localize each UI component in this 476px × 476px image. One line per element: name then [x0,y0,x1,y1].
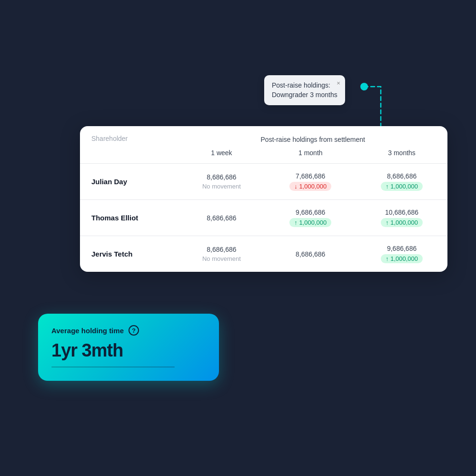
cell-sub-value: No movement [189,255,253,262]
cell-sub-value: ↑ 1,000,000 [367,254,436,263]
up-badge: ↑ 1,000,000 [289,218,331,227]
up-badge: ↑ 1,000,000 [381,182,423,191]
cell-main-value: 8,686,686 [189,246,253,253]
cell-main-value: 8,686,686 [276,250,345,258]
cell-sub-value: ↑ 1,000,000 [367,218,436,227]
avg-line [51,367,175,367]
sub-3months: 3 months [356,146,447,164]
tooltip-close-button[interactable]: × [337,79,340,88]
shareholder-name: Jervis Tetch [80,236,178,272]
table-row: Jervis Tetch8,686,686No movement8,686,68… [80,236,447,272]
cell-sub-value: ↑ 1,000,000 [276,218,345,227]
value-cell: 7,686,686↓ 1,000,000 [265,164,356,200]
no-movement: No movement [202,255,241,262]
shareholder-col-header: Shareholder [80,126,178,146]
cell-sub-value: ↓ 1,000,000 [276,182,345,191]
sub-shareholder [80,146,178,164]
shareholder-name: Julian Day [80,164,178,200]
cell-main-value: 7,686,686 [276,172,345,180]
cell-sub-value: ↑ 1,000,000 [367,182,436,191]
sub-1week: 1 week [178,146,265,164]
down-badge: ↓ 1,000,000 [289,182,331,191]
value-cell: 9,686,686↑ 1,000,000 [356,236,447,272]
tooltip: × Post-raise holdings: Downgrader 3 mont… [264,75,345,105]
cell-main-value: 10,686,686 [367,208,436,216]
value-cell: 8,686,686 [265,236,356,272]
cell-main-value: 8,686,686 [189,173,253,181]
table-row: Julian Day8,686,686No movement7,686,686↓… [80,164,447,200]
cell-main-value: 8,686,686 [189,214,253,222]
value-cell: 8,686,686No movement [178,164,265,200]
value-cell: 10,686,686↑ 1,000,000 [356,200,447,236]
cell-main-value: 8,686,686 [367,172,436,180]
cell-main-value: 9,686,686 [367,245,436,252]
up-badge: ↑ 1,000,000 [381,218,423,227]
help-icon[interactable]: ? [129,325,139,336]
tooltip-box: × Post-raise holdings: Downgrader 3 mont… [264,75,345,105]
shareholder-name: Thomas Elliot [80,200,178,236]
avg-holding-card: Average holding time ? 1yr 3mth [38,314,219,381]
tooltip-text: Post-raise holdings: Downgrader 3 months [272,81,337,99]
group-header: Post-raise holdings from settlement [178,126,447,146]
svg-point-0 [360,83,368,90]
no-movement: No movement [202,183,241,190]
up-badge: ↑ 1,000,000 [381,254,423,263]
cell-main-value: 9,686,686 [276,208,345,216]
value-cell: 8,686,686 [178,200,265,236]
value-cell: 8,686,686No movement [178,236,265,272]
table-card: Shareholder Post-raise holdings from set… [80,126,447,272]
avg-card-title: Average holding time ? [51,325,206,336]
value-cell: 8,686,686↑ 1,000,000 [356,164,447,200]
holdings-table: Shareholder Post-raise holdings from set… [80,126,447,272]
avg-value: 1yr 3mth [51,340,206,361]
sub-1month: 1 month [265,146,356,164]
table-row: Thomas Elliot8,686,6869,686,686↑ 1,000,0… [80,200,447,236]
value-cell: 9,686,686↑ 1,000,000 [265,200,356,236]
avg-card-title-text: Average holding time [51,327,124,335]
cell-sub-value: No movement [189,183,253,190]
